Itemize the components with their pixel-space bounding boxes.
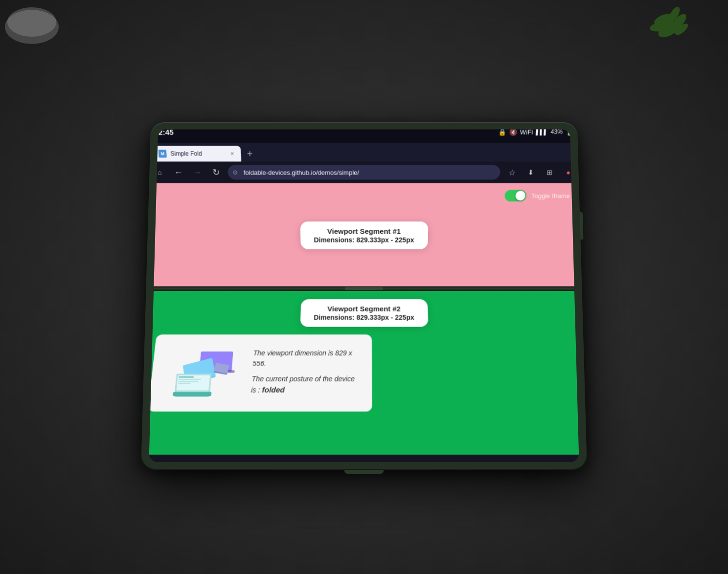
- posture-value: folded: [262, 385, 285, 394]
- bottom-connector: [344, 470, 384, 474]
- segment-2-card: Viewport Segment #2 Dimensions: 829.333p…: [300, 299, 428, 327]
- wifi-icon: WiFi: [520, 129, 533, 135]
- toggle-iframe-label: Toggle Iframe: [531, 192, 570, 199]
- battery-icon: 🔋: [566, 129, 574, 135]
- favicon-letter: M: [160, 151, 164, 156]
- lock-icon: 🔒: [498, 129, 506, 135]
- laptop-illustration: [161, 344, 246, 398]
- download-button[interactable]: ⬇: [523, 165, 538, 179]
- screen-top: 12:45 🔒 🔇 WiFi ▌▌▌ 43% 🔋 M: [149, 129, 579, 286]
- svg-point-7: [7, 7, 56, 37]
- tab-title: Simple Fold: [170, 150, 227, 157]
- tab-favicon: M: [159, 150, 167, 157]
- segment-1-dimensions: Dimensions: 829.333px - 225px: [314, 236, 414, 243]
- reload-button[interactable]: ↻: [209, 165, 223, 179]
- scrollbar-indicator[interactable]: [575, 188, 579, 217]
- home-button[interactable]: ⌂: [152, 165, 167, 179]
- toggle-iframe-switch[interactable]: [504, 190, 526, 201]
- extension-button[interactable]: ⊞: [543, 165, 557, 179]
- battery-label: 43%: [550, 129, 563, 135]
- volume-button: [580, 212, 583, 240]
- segment-1-card: Viewport Segment #1 Dimensions: 829.333p…: [300, 221, 428, 249]
- posture-text: The current posture of the device is : f…: [250, 374, 360, 396]
- screen-bottom: Viewport Segment #2 Dimensions: 829.333p…: [149, 290, 579, 462]
- back-button[interactable]: ←: [171, 165, 186, 179]
- segment-2-dimensions: Dimensions: 829.333px - 225px: [314, 313, 414, 321]
- mute-icon: 🔇: [509, 129, 517, 135]
- tab-bar: M Simple Fold × +: [149, 143, 579, 161]
- device-outer-shell: 12:45 🔒 🔇 WiFi ▌▌▌ 43% 🔋 M: [141, 122, 587, 469]
- plant-decoration: [630, 0, 689, 49]
- new-tab-button[interactable]: +: [243, 146, 257, 161]
- info-card: The viewport dimension is 829 x 556. The…: [149, 334, 372, 411]
- device-screen: 12:45 🔒 🔇 WiFi ▌▌▌ 43% 🔋 M: [149, 129, 579, 462]
- viewport-dimension-text: The viewport dimension is 829 x 556.: [252, 348, 360, 368]
- address-wrapper: [228, 165, 500, 179]
- svg-rect-22: [173, 392, 211, 396]
- segment-2-title: Viewport Segment #2: [314, 305, 414, 312]
- address-input[interactable]: [228, 165, 500, 179]
- toggle-knob: [516, 191, 526, 200]
- status-time: 12:45: [154, 129, 174, 136]
- status-icons: 🔒 🔇 WiFi ▌▌▌ 43% 🔋: [498, 129, 574, 135]
- signal-bars-icon: ▌▌▌: [536, 129, 547, 134]
- toggle-iframe-container: Toggle Iframe: [504, 190, 570, 201]
- device-wrapper: 12:45 🔒 🔇 WiFi ▌▌▌ 43% 🔋 M: [141, 122, 587, 469]
- record-button[interactable]: ●: [561, 165, 576, 179]
- status-bar: 12:45 🔒 🔇 WiFi ▌▌▌ 43% 🔋: [149, 129, 579, 143]
- address-bar: ⌂ ← → ↻ ☆ ⬇ ⊞ ●: [149, 161, 579, 183]
- viewport-segment-2: Viewport Segment #2 Dimensions: 829.333p…: [149, 290, 579, 454]
- tab-close-button[interactable]: ×: [230, 151, 234, 156]
- viewport-segment-1: Viewport Segment #1 Dimensions: 829.333p…: [149, 183, 579, 286]
- bottom-navigation-bar: [149, 455, 579, 462]
- forward-button[interactable]: →: [190, 165, 205, 179]
- object-decoration: [0, 0, 64, 44]
- browser-tab-simple-fold[interactable]: M Simple Fold ×: [151, 146, 241, 161]
- fold-hinge-line: [154, 286, 574, 291]
- info-card-text: The viewport dimension is 829 x 556. The…: [250, 344, 360, 400]
- segment-1-title: Viewport Segment #1: [314, 227, 414, 235]
- bookmark-button[interactable]: ☆: [505, 165, 519, 179]
